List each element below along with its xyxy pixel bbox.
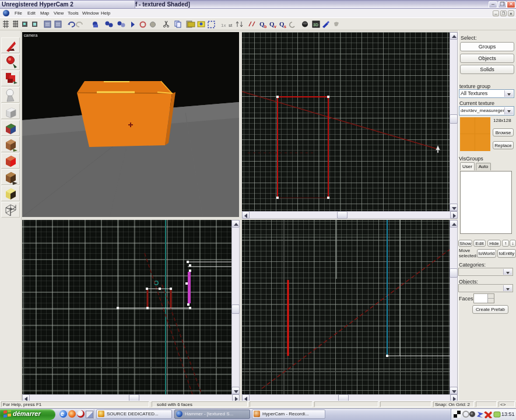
svg-text:st: st — [229, 23, 233, 28]
svg-text:s: s — [284, 24, 286, 29]
svg-text:1x: 1x — [221, 23, 226, 28]
svg-text:v: v — [274, 24, 276, 29]
svg-text:b: b — [264, 24, 266, 29]
svg-text:3D: 3D — [313, 23, 318, 27]
